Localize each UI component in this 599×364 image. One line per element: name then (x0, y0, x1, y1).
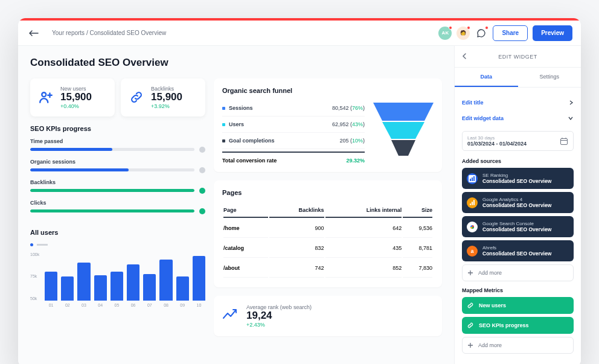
svg-rect-11 (473, 200, 475, 205)
plus-icon (467, 270, 473, 276)
edit-widget-data-row[interactable]: Edit widget data (462, 110, 574, 126)
metric-label: SEO KPIs progress (479, 322, 529, 328)
legend-line-icon (37, 244, 48, 246)
funnel-value: 80,542 (76%) (332, 105, 365, 111)
x-tick: 09 (176, 303, 189, 307)
status-dot-icon (199, 208, 205, 214)
source-name: Ahrefs (482, 245, 569, 251)
funnel-row: Goal completions 205 (10%) (222, 133, 365, 149)
calendar-icon (560, 137, 568, 145)
kpi-row: Time passed (30, 138, 205, 153)
sidebar-panel: EDIT WIDGET Data Settings Edit title Edi… (454, 46, 581, 364)
date-range-value: 01/03/2024 - 01/04/2024 (467, 141, 527, 147)
plus-icon (467, 342, 473, 348)
progress-bar (30, 209, 194, 212)
progress-bar (30, 189, 194, 192)
x-tick: 06 (127, 303, 139, 307)
cell-links: 642 (325, 219, 402, 238)
mapped-metric-item[interactable]: SEO KPIs progress (462, 317, 574, 334)
chart-title: All users (30, 229, 205, 236)
metric-label: New users (479, 302, 506, 308)
metric-value: 15,900 (151, 92, 182, 103)
source-icon (467, 197, 478, 208)
breadcrumb[interactable]: Your reports / Consolidated SEO Overview (52, 30, 166, 36)
total-label: Total conversion rate (222, 158, 277, 164)
notification-dot-icon (467, 26, 470, 30)
x-tick: 07 (143, 303, 156, 307)
svg-rect-4 (561, 138, 568, 144)
chart-bar (143, 274, 156, 301)
kpi-title: SEO KPIs progress (30, 125, 205, 132)
main-content: Consolidated SEO Overview New users 15,9… (18, 46, 454, 364)
source-item[interactable]: a AhrefsConsolidated SEO Overview (462, 240, 574, 261)
link-icon (467, 322, 474, 329)
source-sub: Consolidated SEO Overview (482, 251, 569, 257)
source-sub: Consolidated SEO Overview (482, 202, 569, 208)
edit-title-row[interactable]: Edit title (462, 95, 574, 110)
table-row[interactable]: /catalog8324358,781 (223, 239, 432, 258)
mapped-metric-item[interactable]: New users (462, 297, 574, 314)
share-button[interactable]: Share (493, 25, 528, 41)
rank-card: Average rank (web search) 19,24 +2.43% (214, 296, 442, 336)
kpi-row: Clicks (30, 200, 205, 214)
tab-settings[interactable]: Settings (518, 68, 581, 87)
metric-card-new-users[interactable]: New users 15,900 +0.40% (30, 78, 115, 117)
table-header: Backlinks (269, 203, 324, 218)
funnel-value: 205 (10%) (339, 138, 365, 144)
svg-point-0 (42, 93, 46, 97)
sidebar-back-button[interactable] (462, 51, 467, 62)
notification-dot-icon (449, 26, 452, 30)
kpi-label: Organic sessions (30, 159, 205, 165)
date-range-picker[interactable]: Last 30 days 01/03/2024 - 01/04/2024 (462, 131, 574, 151)
cell-size: 8,781 (403, 239, 432, 258)
back-button[interactable] (27, 26, 41, 40)
avatar-secondary[interactable]: 🧑 (456, 27, 470, 40)
chart-bar (111, 272, 123, 301)
table-row[interactable]: /about7428527,830 (223, 259, 432, 278)
cell-page: /catalog (223, 239, 268, 258)
table-row[interactable]: /home9006429,536 (223, 219, 432, 238)
cell-links: 852 (325, 259, 402, 278)
add-source-button[interactable]: Add more (462, 264, 574, 281)
x-tick: 04 (94, 303, 107, 307)
kpi-label: Clicks (30, 200, 205, 206)
funnel-row: Users 62,952 (43%) (222, 117, 365, 133)
table-header: Page (223, 203, 268, 218)
source-item[interactable]: Google Search ConsoleConsolidated SEO Ov… (462, 216, 574, 237)
cell-backlinks: 900 (269, 219, 324, 238)
chart-bar (61, 276, 74, 301)
tab-data[interactable]: Data (455, 68, 518, 87)
kpi-label: Time passed (30, 138, 205, 144)
link-icon (467, 302, 474, 309)
preview-button[interactable]: Preview (533, 25, 572, 41)
add-metric-button[interactable]: Add more (462, 337, 574, 354)
notification-dot-icon (485, 26, 488, 30)
metric-card-backlinks[interactable]: Backlinks 15,900 +3.92% (121, 78, 205, 117)
funnel-total-row: Total conversion rate29.32% (222, 152, 365, 164)
avatar-user[interactable]: AK (438, 27, 452, 40)
bar-chart: 100k75k50k 01020304050607080910 (30, 252, 205, 313)
metric-delta: +3.92% (151, 103, 182, 109)
metric-delta: +0.40% (60, 103, 92, 109)
rank-delta: +2.43% (246, 322, 312, 328)
y-tick: 75k (30, 274, 39, 278)
source-name: Google Search Console (482, 221, 569, 226)
chat-button[interactable] (475, 27, 488, 40)
chevron-down-icon (568, 116, 574, 121)
source-sub: Consolidated SEO Overview (482, 226, 569, 232)
source-sub: Consolidated SEO Overview (482, 178, 569, 184)
source-item[interactable]: SE RankingConsolidated SEO Overview (462, 168, 574, 189)
x-tick: 03 (77, 303, 90, 307)
cell-size: 9,536 (403, 219, 432, 238)
status-dot-icon (199, 188, 205, 194)
chart-bar (127, 264, 139, 301)
x-tick: 02 (61, 303, 74, 307)
funnel-shape-icon (373, 100, 434, 164)
edit-title-label: Edit title (462, 100, 484, 106)
legend-dot-icon (30, 243, 33, 246)
x-tick: 05 (111, 303, 123, 307)
svg-rect-7 (472, 177, 473, 181)
progress-bar (30, 148, 194, 151)
source-item[interactable]: Google Analytics 4Consolidated SEO Overv… (462, 192, 574, 213)
funnel-value: 62,952 (43%) (332, 121, 365, 127)
